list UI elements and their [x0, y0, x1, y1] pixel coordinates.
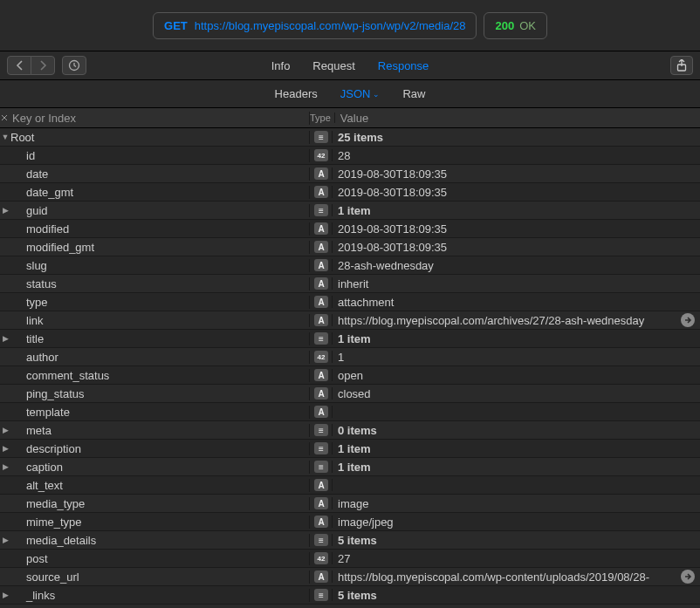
type-badge: A — [314, 406, 328, 418]
back-button[interactable] — [7, 56, 31, 75]
type-badge: A — [314, 186, 328, 198]
key-label: guid — [26, 204, 48, 217]
key-label: status — [26, 277, 57, 290]
type-badge: A — [314, 516, 328, 528]
tree-row[interactable]: slugA28-ash-wednesday — [0, 256, 700, 275]
key-label: mime_type — [26, 516, 82, 529]
forward-button[interactable] — [31, 56, 55, 75]
type-badge: ≡ — [314, 461, 328, 473]
tab-request[interactable]: Request — [309, 58, 358, 74]
open-link-icon[interactable] — [681, 570, 695, 584]
value-text: 1 item — [338, 461, 371, 474]
value-text: 1 item — [338, 442, 371, 455]
share-button[interactable] — [670, 56, 693, 75]
disclosure-triangle-icon[interactable]: ▶ — [0, 206, 10, 215]
tree-row[interactable]: ▶guid≡1 item — [0, 202, 700, 220]
type-badge: A — [314, 277, 328, 290]
tree-row[interactable]: ▶media_details≡5 items — [0, 531, 700, 550]
chevron-down-icon: ⌄ — [373, 90, 380, 99]
value-text: 1 item — [338, 332, 371, 345]
value-text: inherit — [338, 277, 368, 290]
value-text: image — [338, 497, 368, 510]
type-badge: ≡ — [314, 332, 328, 345]
tree-row[interactable]: modifiedA2019-08-30T18:09:35 — [0, 220, 700, 238]
type-badge: 42 — [314, 149, 328, 161]
key-label: media_details — [26, 534, 96, 547]
tree-row[interactable]: linkAhttps://blog.myepiscopal.com/archiv… — [0, 311, 700, 330]
key-label: Root — [10, 131, 34, 144]
tree-row[interactable]: media_typeAimage — [0, 495, 700, 513]
value-text: 1 — [338, 351, 344, 364]
subtab-json[interactable]: JSON ⌄ — [337, 85, 384, 102]
type-badge: A — [314, 479, 328, 491]
key-label: caption — [26, 461, 63, 474]
type-badge: A — [314, 222, 328, 235]
disclosure-triangle-icon[interactable]: ▶ — [0, 462, 10, 471]
tab-info[interactable]: Info — [268, 58, 294, 74]
open-link-icon[interactable] — [681, 313, 695, 327]
tree-row[interactable]: ▼Root≡25 items — [0, 128, 700, 147]
type-badge: A — [314, 570, 328, 583]
expand-toggle-icon[interactable] — [0, 113, 9, 122]
value-text: 5 items — [338, 534, 377, 547]
tree-row[interactable]: alt_textA — [0, 476, 700, 495]
disclosure-triangle-icon[interactable]: ▶ — [0, 444, 10, 453]
subtab-headers[interactable]: Headers — [271, 85, 321, 102]
type-badge: A — [314, 167, 328, 180]
disclosure-triangle-icon[interactable]: ▼ — [0, 133, 10, 141]
subtab-raw[interactable]: Raw — [399, 85, 429, 102]
value-text: attachment — [338, 296, 394, 309]
value-text: open — [338, 369, 363, 382]
tree-row[interactable]: ▶_links≡5 items — [0, 586, 700, 605]
tree-row[interactable]: typeAattachment — [0, 293, 700, 311]
key-label: type — [26, 296, 48, 309]
tree-row[interactable]: ▶caption≡1 item — [0, 458, 700, 476]
key-label: date_gmt — [26, 186, 73, 199]
tree-row[interactable]: ▶description≡1 item — [0, 440, 700, 458]
column-header-type[interactable]: Type — [310, 113, 335, 123]
value-text: 25 items — [338, 131, 383, 144]
value-text: image/jpeg — [338, 516, 394, 529]
json-tree[interactable]: ▼Root≡25 itemsid4228dateA2019-08-30T18:0… — [0, 128, 700, 608]
tree-row[interactable]: ▶meta≡0 items — [0, 421, 700, 440]
tree-row[interactable]: source_urlAhttps://blog.myepiscopal.com/… — [0, 568, 700, 586]
key-label: author — [26, 351, 58, 364]
tree-row[interactable]: date_gmtA2019-08-30T18:09:35 — [0, 183, 700, 202]
disclosure-triangle-icon[interactable]: ▶ — [0, 426, 10, 434]
tree-row[interactable]: author421 — [0, 348, 700, 366]
key-label: _links — [26, 589, 55, 602]
value-text: 1 item — [338, 204, 371, 217]
key-label: template — [26, 406, 70, 419]
column-header-value[interactable]: Value — [335, 112, 700, 125]
type-badge: 42 — [314, 552, 328, 564]
tree-row[interactable]: dateA2019-08-30T18:09:35 — [0, 165, 700, 183]
tree-row[interactable]: ▶title≡1 item — [0, 330, 700, 348]
type-badge: ≡ — [314, 534, 328, 546]
tree-row[interactable]: ping_statusAclosed — [0, 385, 700, 403]
tree-row[interactable]: statusAinherit — [0, 275, 700, 293]
tree-row[interactable]: mime_typeAimage/jpeg — [0, 513, 700, 531]
key-label: media_type — [26, 497, 85, 510]
disclosure-triangle-icon[interactable]: ▶ — [0, 334, 10, 343]
key-label: link — [26, 314, 44, 327]
key-label: modified — [26, 222, 69, 236]
tree-row[interactable]: id4228 — [0, 147, 700, 165]
request-url-pill[interactable]: GET https://blog.myepiscopal.com/wp-json… — [153, 12, 477, 39]
tab-response[interactable]: Response — [374, 58, 433, 74]
key-label: post — [26, 552, 48, 565]
tree-row[interactable]: post4227 — [0, 550, 700, 568]
disclosure-triangle-icon[interactable]: ▶ — [0, 536, 10, 544]
tree-row[interactable]: comment_statusAopen — [0, 366, 700, 385]
disclosure-triangle-icon[interactable]: ▶ — [0, 591, 10, 599]
key-label: id — [26, 149, 35, 162]
key-label: modified_gmt — [26, 241, 94, 254]
status-code: 200 — [495, 19, 514, 32]
value-text: 2019-08-30T18:09:35 — [338, 186, 447, 199]
tree-row[interactable]: templateA — [0, 403, 700, 421]
tree-row[interactable]: modified_gmtA2019-08-30T18:09:35 — [0, 238, 700, 256]
history-button[interactable] — [62, 56, 86, 75]
request-url: https://blog.myepiscopal.com/wp-json/wp/… — [195, 19, 466, 32]
value-text: 2019-08-30T18:09:35 — [338, 167, 447, 181]
column-header-key[interactable]: Key or Index — [9, 112, 310, 125]
type-badge: ≡ — [314, 204, 328, 216]
